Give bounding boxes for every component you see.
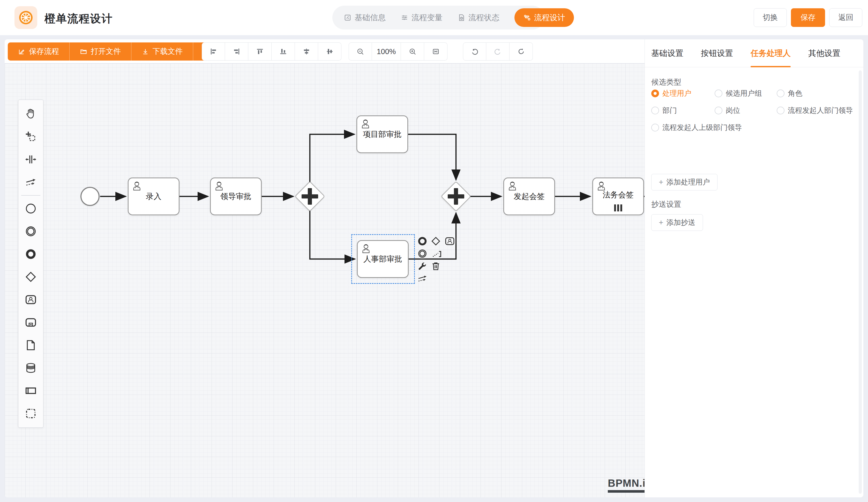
radio-initiator-upper-dept-leader[interactable]: 流程发起人上级部门领导 — [651, 123, 858, 133]
redo-button[interactable] — [486, 42, 509, 61]
tab-basic-settings[interactable]: 基础设置 — [651, 39, 683, 67]
status-icon — [457, 14, 465, 21]
task-node-legal-countersign[interactable]: 法务会签 — [592, 177, 644, 215]
radio-icon — [715, 90, 722, 97]
plus-icon: + — [659, 219, 663, 226]
context-pad-connect[interactable] — [416, 273, 428, 285]
align-group — [202, 42, 341, 61]
context-pad-append-task[interactable] — [444, 235, 456, 247]
bpmn-io-watermark[interactable]: BPMN.iO — [608, 478, 644, 493]
switch-button[interactable]: 切换 — [754, 8, 787, 27]
task-label: 项目部审批 — [357, 116, 407, 152]
subprocess-icon — [25, 317, 37, 328]
align-center-horizontal-icon — [303, 48, 310, 55]
radio-label: 部门 — [662, 105, 677, 115]
global-connect-tool[interactable] — [18, 171, 43, 194]
create-gateway[interactable] — [18, 266, 43, 288]
open-file-button[interactable]: 打开文件 — [70, 42, 131, 61]
nav-item-flow-design[interactable]: 流程设计 — [515, 8, 574, 27]
create-subprocess[interactable] — [18, 311, 43, 334]
file-btn-label: 保存流程 — [29, 46, 59, 57]
nav-item-basic-info[interactable]: 基础信息 — [344, 12, 386, 23]
radio-icon — [777, 106, 784, 114]
folder-icon — [80, 48, 87, 55]
align-right-button[interactable] — [225, 42, 248, 61]
task-node-initiate-countersign[interactable]: 发起会签 — [503, 177, 555, 215]
tab-other-settings[interactable]: 其他设置 — [808, 39, 840, 67]
back-button[interactable]: 返回 — [829, 8, 862, 27]
parallel-gateway-join[interactable] — [442, 182, 471, 211]
create-group[interactable] — [18, 402, 43, 425]
panel-tabs: 基础设置 按钮设置 任务处理人 其他设置 — [645, 39, 864, 67]
align-left-button[interactable] — [202, 42, 225, 61]
candidate-type-options: 处理用户 候选用户组 角色 部门 岗位 流程发起人部门领导 流程发起人上级部门领… — [651, 89, 858, 133]
hand-tool[interactable] — [18, 102, 43, 125]
zoom-out-button[interactable] — [349, 42, 372, 61]
radio-candidate-user-group[interactable]: 候选用户组 — [715, 89, 777, 98]
zoom-reset-button[interactable] — [424, 42, 447, 61]
intermediate-event-icon — [417, 248, 427, 259]
align-top-button[interactable] — [248, 42, 271, 61]
add-handler-user-button[interactable]: + 添加处理用户 — [651, 174, 717, 191]
space-tool-icon — [25, 153, 37, 165]
radio-initiator-dept-leader[interactable]: 流程发起人部门领导 — [777, 105, 858, 115]
end-event-icon — [25, 248, 37, 260]
create-start-event[interactable] — [18, 197, 43, 220]
start-event-node[interactable] — [81, 187, 100, 206]
context-pad-append-end-event[interactable] — [416, 235, 428, 247]
sequence-flows — [5, 63, 644, 497]
context-pad-append-gateway[interactable] — [430, 235, 442, 247]
undo-button[interactable] — [463, 42, 486, 61]
tab-task-assignee[interactable]: 任务处理人 — [751, 39, 790, 67]
gateway-plus-v — [454, 188, 458, 205]
add-handler-label: 添加处理用户 — [666, 177, 710, 187]
zoom-in-button[interactable] — [401, 42, 424, 61]
task-node-hr-approve[interactable]: 人事部审批 — [357, 240, 409, 278]
align-center-horizontal-button[interactable] — [295, 42, 318, 61]
save-flow-button[interactable]: 保存流程 — [8, 42, 70, 61]
align-left-icon — [209, 48, 217, 55]
create-end-event[interactable] — [18, 243, 43, 266]
context-pad-append-text-annotation[interactable] — [431, 248, 443, 259]
zoom-level-display[interactable]: 100% — [372, 42, 401, 61]
context-pad-change-type[interactable] — [416, 260, 428, 272]
element-palette — [18, 100, 43, 428]
align-center-vertical-button[interactable] — [318, 42, 341, 61]
task-node-project-approve[interactable]: 项目部审批 — [356, 115, 408, 153]
panel-scrollbar[interactable] — [859, 70, 862, 494]
nav-item-flow-variables[interactable]: 流程变量 — [401, 12, 443, 23]
task-node-leader-approve[interactable]: 领导审批 — [210, 177, 262, 215]
create-data-object[interactable] — [18, 334, 43, 357]
create-participant[interactable] — [18, 379, 43, 402]
add-cc-button[interactable]: + 添加抄送 — [651, 214, 703, 231]
space-tool[interactable] — [18, 148, 43, 171]
restart-button[interactable] — [509, 42, 533, 61]
context-pad-append-intermediate-event[interactable] — [416, 248, 428, 259]
radio-role[interactable]: 角色 — [777, 89, 858, 98]
radio-department[interactable]: 部门 — [651, 105, 715, 115]
create-intermediate-event[interactable] — [18, 220, 43, 243]
parallel-gateway-split[interactable] — [296, 182, 324, 211]
radio-icon — [651, 106, 659, 114]
download-file-button[interactable]: 下载文件 — [131, 42, 193, 61]
nav-label: 流程状态 — [468, 12, 499, 23]
radio-post[interactable]: 岗位 — [715, 105, 777, 115]
context-pad-delete[interactable] — [430, 260, 442, 272]
save-button[interactable]: 保存 — [791, 8, 825, 27]
create-user-task[interactable] — [18, 288, 43, 311]
create-data-store[interactable] — [18, 357, 43, 379]
radio-handler-user[interactable]: 处理用户 — [651, 89, 715, 98]
page-title: 橙单流程设计 — [44, 11, 113, 26]
data-store-icon — [25, 362, 37, 374]
gateway-plus-v — [308, 188, 312, 205]
bpmn-canvas[interactable]: 录入 领导审批 项目部审批 人事部审批 — [5, 63, 644, 497]
refresh-icon — [517, 48, 525, 55]
lasso-tool[interactable] — [18, 125, 43, 148]
nav-item-flow-status[interactable]: 流程状态 — [457, 12, 499, 23]
history-group — [463, 42, 533, 61]
task-node-entry[interactable]: 录入 — [128, 177, 179, 215]
tab-button-settings[interactable]: 按钮设置 — [701, 39, 733, 67]
flow-design-icon — [523, 14, 531, 21]
radio-label: 流程发起人部门领导 — [788, 105, 853, 115]
align-bottom-button[interactable] — [271, 42, 295, 61]
